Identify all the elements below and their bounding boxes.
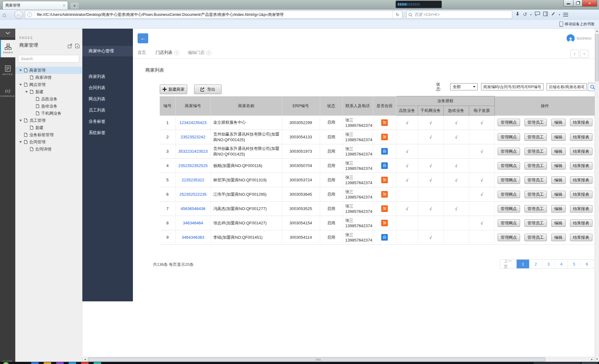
merchant-code-search-input[interactable] bbox=[481, 83, 543, 90]
pagination-page-2[interactable]: 2 bbox=[529, 260, 542, 268]
expand-arrow-icon[interactable] bbox=[25, 91, 28, 93]
action-button-结算报表[interactable]: 结算报表 bbox=[570, 205, 592, 213]
pagination-page-1[interactable]: 1 bbox=[517, 260, 529, 268]
action-button-管理网点[interactable]: 管理网点 bbox=[498, 133, 520, 141]
expand-arrow-icon[interactable] bbox=[19, 84, 22, 86]
back-icon[interactable]: ← bbox=[14, 10, 23, 19]
action-button-管理网点[interactable]: 管理网点 bbox=[498, 191, 520, 198]
download-icon[interactable] bbox=[515, 12, 520, 18]
taskbar-icon[interactable] bbox=[81, 362, 89, 364]
tree-item-新建[interactable]: 新建 bbox=[15, 124, 82, 131]
scroll-right-arrow-icon[interactable]: ► bbox=[589, 357, 595, 362]
taskbar-icon[interactable] bbox=[69, 362, 76, 364]
tab-close-icon[interactable]: × bbox=[207, 50, 211, 55]
action-button-管理员工[interactable]: 管理员工 bbox=[524, 162, 547, 170]
tab-scroll-left-button[interactable]: ‹ bbox=[570, 50, 579, 58]
action-button-编辑[interactable]: 编辑 bbox=[551, 133, 566, 141]
sidebar-item-pages[interactable]: PAGES bbox=[0, 40, 15, 57]
new-tab-button[interactable]: + bbox=[71, 2, 79, 9]
action-button-管理网点[interactable]: 管理网点 bbox=[498, 148, 520, 155]
action-button-管理网点[interactable]: 管理网点 bbox=[498, 162, 520, 170]
home-icon[interactable]: ⌂ bbox=[2, 11, 6, 18]
taskbar-icon[interactable] bbox=[44, 362, 51, 364]
page-add-icon[interactable] bbox=[75, 44, 80, 50]
nav-item-商家列表[interactable]: 商家列表 bbox=[82, 71, 133, 82]
tab-close-icon[interactable]: × bbox=[174, 50, 179, 55]
windows-taskbar[interactable] bbox=[0, 362, 599, 364]
tree-item-员工管理[interactable]: 员工管理 bbox=[15, 117, 82, 124]
url-text[interactable]: file:///C:/Users/Administrator/Desktop/商… bbox=[37, 12, 392, 17]
menu-icon[interactable] bbox=[563, 12, 568, 17]
open-external-icon[interactable] bbox=[68, 44, 72, 50]
sync-icon[interactable]: ↺ bbox=[523, 12, 527, 18]
tab-scroll-right-button[interactable]: › bbox=[580, 50, 588, 58]
expand-arrow-icon[interactable] bbox=[19, 141, 22, 143]
app-tab-首页[interactable]: 首页 bbox=[138, 50, 146, 55]
browser-search-box[interactable]: 百度 <Ctrl+K> bbox=[406, 11, 512, 19]
action-button-管理员工[interactable]: 管理员工 bbox=[524, 119, 547, 126]
taskbar-icon[interactable] bbox=[56, 362, 64, 364]
taskbar-icon[interactable] bbox=[31, 362, 39, 364]
taskbar-icon[interactable] bbox=[94, 362, 101, 364]
action-button-管理员工[interactable]: 管理员工 bbox=[524, 191, 547, 198]
status-select[interactable]: 全部 bbox=[450, 83, 478, 90]
action-button-结算报表[interactable]: 结算报表 bbox=[570, 119, 592, 126]
quill-icon[interactable] bbox=[551, 12, 556, 18]
merchant-no-link[interactable]: 123424235423 bbox=[179, 120, 207, 125]
export-button[interactable]: 导出 bbox=[194, 84, 222, 94]
tree-item-合同管理[interactable]: 合同管理 bbox=[15, 138, 82, 146]
app-tab-编辑门店[interactable]: 编辑门店× bbox=[188, 50, 211, 55]
tree-item-合同详情[interactable]: 合同详情 bbox=[15, 146, 82, 153]
merchant-no-link[interactable]: 2235235322 bbox=[182, 178, 204, 182]
taskbar-clock[interactable] bbox=[582, 362, 598, 364]
pagination-page-6[interactable]: 6 bbox=[581, 260, 593, 268]
action-button-管理员工[interactable]: 管理员工 bbox=[524, 133, 547, 141]
bookmark-mobile-devices[interactable]: 移动设备上的书签 bbox=[559, 22, 595, 27]
action-button-编辑[interactable]: 编辑 bbox=[551, 191, 566, 198]
action-button-结算报表[interactable]: 结算报表 bbox=[570, 234, 592, 241]
nav-item-合同列表[interactable]: 合同列表 bbox=[82, 82, 133, 93]
tree-item-业务标签管理[interactable]: 业务标签管理 bbox=[15, 131, 82, 138]
action-button-管理员工[interactable]: 管理员工 bbox=[524, 234, 547, 241]
minimize-button[interactable]: ▬ bbox=[563, 0, 573, 7]
scroll-up-arrow-icon[interactable]: ▲ bbox=[595, 29, 599, 34]
merchant-no-link[interactable]: 3532231423523 bbox=[178, 149, 208, 154]
tree-item-品胜业务[interactable]: 品胜业务 bbox=[15, 95, 82, 103]
action-button-管理网点[interactable]: 管理网点 bbox=[498, 205, 520, 213]
start-button[interactable] bbox=[3, 362, 9, 364]
action-button-管理网点[interactable]: 管理网点 bbox=[498, 176, 520, 184]
merchant-no-link[interactable]: 3464346363 bbox=[182, 235, 204, 240]
action-button-结算报表[interactable]: 结算报表 bbox=[570, 176, 592, 184]
pagination-page-3[interactable]: 3 bbox=[542, 260, 555, 268]
tree-item-商家管理[interactable]: 商家管理 bbox=[15, 67, 82, 74]
action-button-管理网点[interactable]: 管理网点 bbox=[498, 219, 520, 227]
nav-item-系统标签[interactable]: 系统标签 bbox=[82, 127, 133, 138]
action-button-编辑[interactable]: 编辑 bbox=[551, 205, 566, 213]
expand-arrow-icon[interactable] bbox=[19, 120, 22, 122]
vertical-scrollbar[interactable]: ▲ ▼ bbox=[595, 29, 599, 362]
action-button-编辑[interactable]: 编辑 bbox=[551, 176, 566, 184]
pagination-page-5[interactable]: 5 bbox=[568, 260, 581, 268]
merchant-no-link[interactable]: 2352352352525 bbox=[178, 163, 208, 168]
horizontal-scroll-thumb[interactable] bbox=[88, 357, 545, 362]
scroll-left-arrow-icon[interactable]: ◄ bbox=[82, 357, 88, 362]
horizontal-scrollbar[interactable]: ◄ ► bbox=[82, 357, 595, 362]
pagination-page-4[interactable]: 4 bbox=[555, 260, 568, 268]
action-button-编辑[interactable]: 编辑 bbox=[551, 234, 566, 241]
restore-button[interactable] bbox=[573, 0, 582, 7]
action-button-编辑[interactable]: 编辑 bbox=[551, 119, 566, 126]
chevron-down-icon[interactable]: ▾ bbox=[559, 13, 560, 16]
app-tab-门店列表[interactable]: 门店列表× bbox=[156, 50, 179, 55]
reload-icon[interactable]: ↻ bbox=[392, 11, 402, 18]
address-bar[interactable]: i file:///C:/Users/Administrator/Desktop… bbox=[25, 11, 402, 19]
tree-item-商家详情[interactable]: 商家详情 bbox=[15, 74, 82, 81]
scroll-down-arrow-icon[interactable]: ▼ bbox=[595, 357, 599, 362]
action-button-编辑[interactable]: 编辑 bbox=[551, 219, 566, 227]
tab-close-icon[interactable]: × bbox=[63, 3, 65, 8]
pages-search-input[interactable] bbox=[18, 55, 79, 63]
vertical-scroll-thumb[interactable] bbox=[595, 34, 599, 81]
collapse-chevron-button[interactable] bbox=[0, 29, 15, 37]
action-button-结算报表[interactable]: 结算报表 bbox=[570, 148, 592, 155]
sidebar-item-console[interactable]: (x) CONSOLE bbox=[0, 84, 15, 102]
merchant-no-link[interactable]: 252352522235 bbox=[179, 192, 207, 197]
